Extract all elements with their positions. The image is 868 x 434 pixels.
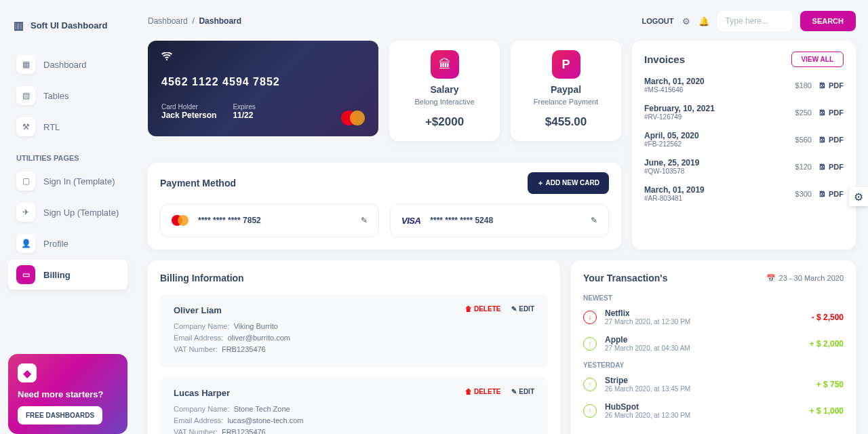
sidebar-item-tables[interactable]: ▤Tables (8, 81, 127, 111)
stat-paypal: P Paypal Freelance Payment $455.00 (511, 41, 621, 141)
nav-icon: 👤 (16, 234, 35, 253)
brand-logo[interactable]: ▥ Soft UI Dashboard (8, 14, 127, 37)
logout-link[interactable]: LOGOUT (642, 17, 673, 25)
search-button[interactable]: SEARCH (800, 11, 856, 31)
paypal-icon: P (552, 50, 580, 79)
transaction-row: ↑Stripe26 March 2020, at 13:45 PM+ $ 750 (583, 376, 844, 393)
billing-vat: VAT Number: FRB1235476 (174, 345, 534, 353)
nav-icon: ✈ (16, 203, 35, 222)
billing-company: Company Name: Stone Tech Zone (174, 405, 534, 413)
transaction-row: ↑Apple27 March 2020, at 04:30 AM+ $ 2,00… (583, 335, 844, 352)
billing-entry: Lucas Harper🗑 DELETE✎ EDITCompany Name: … (160, 377, 548, 434)
credit-card: 4562 1122 4594 7852 Card HolderJack Pete… (148, 41, 378, 136)
tx-date: 26 March 2020, at 13:45 PM (605, 385, 690, 393)
free-dashboards-button[interactable]: FREE DASHBOARDS (18, 406, 102, 425)
payment-method-title: Payment Method (160, 178, 236, 189)
payment-card-visa: VISA**** **** **** 5248 ✎ (390, 203, 609, 237)
topbar-right: LOGOUT ⚙ 🔔 SEARCH (642, 11, 856, 31)
sidebar-item-billing[interactable]: ▭Billing (8, 260, 127, 290)
sidebar-item-dashboard[interactable]: ▦Dashboard (8, 50, 127, 79)
invoice-id: #MS-415646 (644, 86, 705, 94)
group-yesterday: YESTERDAY (583, 361, 844, 369)
transactions-title: Your Transaction's (583, 273, 667, 283)
billing-company: Company Name: Viking Burrito (174, 322, 534, 330)
edit-icon[interactable]: ✎ (361, 216, 368, 225)
card-holder-label: Card Holder (161, 103, 216, 111)
sidebar-item-rtl[interactable]: ⚒RTL (8, 112, 127, 142)
invoice-id: #FB-212562 (644, 140, 699, 148)
tx-amount: + $ 2,000 (810, 339, 844, 349)
search-input[interactable] (717, 11, 792, 31)
visa-icon: VISA (401, 216, 420, 226)
pdf-link[interactable]: 🖺PDF (818, 163, 844, 171)
view-all-button[interactable]: VIEW ALL (791, 52, 844, 67)
mastercard-icon (341, 111, 365, 125)
pdf-link[interactable]: 🖺PDF (818, 108, 844, 117)
stat-amount: +$2000 (425, 115, 464, 129)
settings-fab[interactable]: ⚙ (849, 187, 868, 206)
date-range: 23 - 30 March 2020 (779, 274, 844, 282)
nav-icon: ▢ (16, 172, 35, 191)
tx-amount: - $ 2,500 (812, 313, 844, 322)
tx-name: Apple (605, 335, 690, 344)
breadcrumb-parent[interactable]: Dashboard (148, 16, 188, 26)
pdf-icon: 🖺 (818, 108, 826, 117)
edit-button[interactable]: ✎ EDIT (511, 305, 534, 313)
sidebar-item-sign-up-template-[interactable]: ✈Sign Up (Template) (8, 197, 127, 227)
invoice-amount: $180 (795, 81, 812, 90)
gear-icon[interactable]: ⚙ (682, 16, 690, 26)
billing-name: Oliver Liam (174, 305, 222, 315)
add-new-card-button[interactable]: ＋ ADD NEW CARD (528, 172, 609, 194)
stat-salary: 🏛 Salary Belong Interactive +$2000 (389, 41, 500, 141)
invoice-row: March, 01, 2020#MS-415646$180🖺PDF (644, 77, 844, 94)
invoice-amount: $560 (795, 136, 812, 144)
invoice-row: March, 01, 2019#AR-803481$300🖺PDF (644, 185, 844, 202)
arrow-up-icon: ↑ (583, 404, 597, 418)
sidebar-item-profile[interactable]: 👤Profile (8, 229, 127, 258)
invoice-row: February, 10, 2021#RV-126749$250🖺PDF (644, 104, 844, 121)
tx-date: 27 March 2020, at 12:30 PM (605, 318, 690, 326)
calendar-icon: 📅 (766, 274, 776, 283)
delete-button[interactable]: 🗑 DELETE (465, 388, 500, 395)
invoices-card: Invoices VIEW ALL March, 01, 2020#MS-415… (632, 41, 856, 250)
wifi-icon (161, 52, 365, 62)
nav-label: Sign Up (Template) (43, 208, 119, 218)
tx-date: 27 March 2020, at 04:30 AM (605, 344, 690, 352)
bank-icon: 🏛 (431, 50, 459, 79)
arrow-up-icon: ↑ (583, 378, 597, 391)
main-content: Dashboard / Dashboard LOGOUT ⚙ 🔔 SEARCH … (136, 0, 868, 434)
bell-icon[interactable]: 🔔 (698, 16, 709, 26)
nav-label: Tables (43, 91, 69, 101)
pdf-link[interactable]: 🖺PDF (818, 190, 844, 198)
pdf-link[interactable]: 🖺PDF (818, 81, 844, 90)
invoices-title: Invoices (644, 54, 685, 65)
nav-label: Dashboard (43, 60, 87, 70)
sidebar-section-label: UTILITIES PAGES (8, 143, 127, 166)
card-holder: Jack Peterson (161, 111, 216, 120)
pdf-icon: 🖺 (818, 81, 826, 90)
arrow-up-icon: ↑ (583, 337, 597, 351)
sidebar: ▥ Soft UI Dashboard ▦Dashboard▤Tables⚒RT… (0, 0, 136, 434)
invoice-id: #AR-803481 (644, 195, 705, 202)
stat-title: Paypal (551, 84, 581, 95)
card-number: 4562 1122 4594 7852 (161, 76, 365, 88)
tx-name: Stripe (605, 376, 690, 385)
edit-icon[interactable]: ✎ (591, 216, 597, 225)
delete-button[interactable]: 🗑 DELETE (465, 305, 500, 313)
nav-label: RTL (43, 122, 60, 132)
billing-vat: VAT Number: FRB1235476 (174, 428, 534, 434)
invoice-date: April, 05, 2020 (644, 131, 699, 140)
invoice-row: April, 05, 2020#FB-212562$560🖺PDF (644, 131, 844, 148)
invoice-amount: $300 (795, 190, 812, 198)
card-expires: 11/22 (233, 111, 255, 120)
transactions-card: Your Transaction's 📅23 - 30 March 2020 N… (571, 260, 856, 434)
group-newest: NEWEST (583, 294, 844, 302)
nav-icon: ▭ (16, 265, 35, 284)
pdf-icon: 🖺 (818, 190, 826, 198)
sidebar-item-sign-in-template-[interactable]: ▢Sign In (Template) (8, 166, 127, 196)
pdf-link[interactable]: 🖺PDF (818, 136, 844, 144)
stat-sub: Belong Interactive (414, 98, 474, 106)
tx-date: 26 March 2020, at 12:30 PM (605, 412, 690, 419)
edit-button[interactable]: ✎ EDIT (511, 388, 534, 395)
billing-email: Email Address: lucas@stone-tech.com (174, 416, 534, 425)
